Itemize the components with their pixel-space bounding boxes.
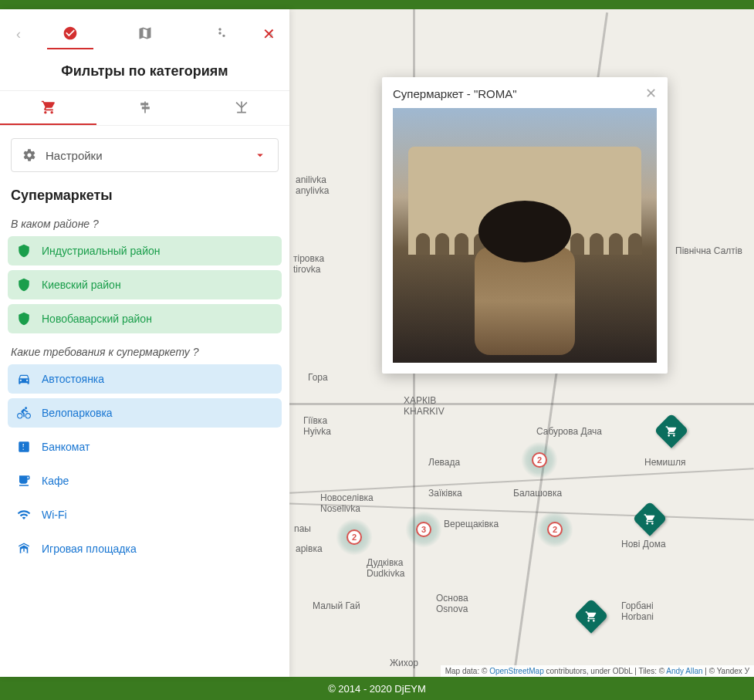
shield-icon <box>17 312 31 326</box>
map-place-label: Малый Гай <box>313 600 360 611</box>
marker-popup: Супермаркет - "ROMA" ✕ <box>382 77 668 374</box>
supermarket-marker[interactable] <box>578 604 604 636</box>
cart-icon <box>665 425 678 438</box>
requirement-filter[interactable]: Автостоянка <box>8 364 282 394</box>
settings-dropdown[interactable]: Настройки <box>11 138 279 172</box>
filter-label: Киевский район <box>42 279 121 291</box>
map-place-label: ОсноваOsnova <box>436 593 468 614</box>
map-place-label: ДудківкаDudkivka <box>367 557 404 579</box>
requirement-filter[interactable]: Кафе <box>8 466 282 495</box>
popup-close-icon[interactable]: ✕ <box>645 85 657 102</box>
close-icon[interactable]: ✕ <box>262 25 276 43</box>
map-place-label: арівка <box>296 543 323 554</box>
map-place-label: Гора <box>308 372 328 383</box>
tab-map[interactable] <box>122 19 168 49</box>
footer: © 2014 - 2020 DjEYM <box>0 677 754 700</box>
filter-label: Автостоянка <box>42 373 104 385</box>
supermarket-marker[interactable] <box>658 418 685 451</box>
map-place-label: naы <box>294 523 311 534</box>
popup-title: Супермаркет - "ROMA" <box>393 87 517 100</box>
play-icon <box>17 542 31 556</box>
cluster-count: 3 <box>416 522 431 537</box>
cart-icon <box>585 610 597 623</box>
requirement-filter[interactable]: Wi-Fi <box>8 500 282 529</box>
map-place-label: Нові Дома <box>621 539 666 550</box>
bike-icon <box>17 406 31 420</box>
subtab-beach[interactable] <box>193 91 289 125</box>
map-place-label: ХАРКІВKHARKIV <box>404 395 445 417</box>
map-place-label: Немишля <box>644 457 685 468</box>
tab-settings[interactable] <box>197 19 243 49</box>
section-title: Супермаркеты <box>0 184 289 210</box>
map-place-label: anilivkaanylivka <box>296 174 329 196</box>
map-place-label: Північна Салтів <box>675 245 742 256</box>
atm-icon: $ <box>17 440 31 454</box>
cluster-marker[interactable]: 2 <box>521 441 558 479</box>
cluster-marker[interactable]: 3 <box>405 511 442 548</box>
map-attribution: Map data: © OpenStreetMap contributors, … <box>441 665 754 677</box>
cluster-count: 2 <box>547 522 563 537</box>
subtab-signpost[interactable] <box>96 91 193 125</box>
sidebar-panel: ✕ ‹ › Фильтры по категориям <box>0 9 289 677</box>
filter-label: Велопарковка <box>42 407 113 419</box>
district-filter[interactable]: Киевский район <box>8 270 282 299</box>
wifi-icon <box>17 508 31 522</box>
filter-label: Новобаварский район <box>42 313 152 325</box>
settings-label: Настройки <box>46 149 103 162</box>
cart-icon <box>644 513 656 526</box>
tiles-link[interactable]: Andy Allan <box>666 667 702 675</box>
map-place-label: Сабурова Дача <box>536 426 602 437</box>
map-place-label: ГіївкаHyivka <box>303 415 331 437</box>
tab-filters[interactable] <box>47 19 93 49</box>
district-filter[interactable]: Новобаварский район <box>8 304 282 333</box>
gear-icon <box>22 148 36 162</box>
filter-label: Банкомат <box>42 441 90 453</box>
cluster-marker[interactable]: 2 <box>336 519 373 556</box>
shield-icon <box>17 244 31 258</box>
district-question: В каком районе ? <box>0 210 289 236</box>
tab-prev-icon[interactable]: ‹ <box>5 26 32 42</box>
supermarket-marker[interactable] <box>637 506 663 539</box>
chevron-down-icon <box>253 148 267 162</box>
requirements-question: Какие требования к супермаркету ? <box>0 338 289 364</box>
requirement-filter[interactable]: Игровая площадка <box>8 534 282 563</box>
shield-icon <box>17 278 31 292</box>
popup-image <box>393 108 657 363</box>
cluster-marker[interactable]: 2 <box>536 511 573 548</box>
filter-label: Wi-Fi <box>42 509 67 521</box>
map-place-label: Жихор <box>390 658 418 668</box>
cluster-count: 2 <box>347 529 362 545</box>
filter-label: Игровая площадка <box>42 543 137 555</box>
filter-label: Индустриальный район <box>42 245 161 257</box>
osm-link[interactable]: OpenStreetMap <box>489 667 544 675</box>
requirement-filter[interactable]: $Банкомат <box>8 432 282 462</box>
filter-label: Кафе <box>42 475 69 487</box>
map-place-label: ГорбаніHorbani <box>621 600 654 622</box>
subtab-supermarket[interactable] <box>0 91 96 125</box>
requirement-filter[interactable]: Велопарковка <box>8 398 282 428</box>
car-icon <box>17 372 31 386</box>
cluster-count: 2 <box>532 452 547 468</box>
panel-title: Фильтры по категориям <box>0 49 289 90</box>
map-place-label: Верещаківка <box>444 519 499 529</box>
map-place-label: Левада <box>428 457 460 468</box>
district-filter[interactable]: Индустриальный район <box>8 236 282 265</box>
map-place-label: Заїківка <box>428 488 462 499</box>
map-place-label: тіровкаtirovka <box>293 253 324 275</box>
map-place-label: НовоселівкаNoselivka <box>320 492 374 514</box>
cafe-icon <box>17 474 31 488</box>
map-place-label: Балашовка <box>513 488 562 499</box>
